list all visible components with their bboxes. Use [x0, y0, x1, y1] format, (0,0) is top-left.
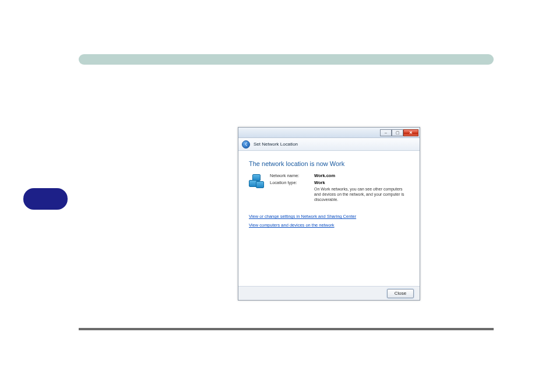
dialog-subheader: Set Network Location — [238, 138, 420, 151]
network-name-label: Network name: — [270, 173, 311, 178]
dialog-content: The network location is now Work Network… — [238, 151, 420, 286]
page-divider — [79, 328, 494, 330]
minimize-button[interactable]: – — [380, 129, 392, 136]
dialog-title: Set Network Location — [254, 142, 298, 147]
page-header-bar — [79, 54, 494, 65]
side-pill — [23, 188, 68, 210]
location-type-label: Location type: — [270, 180, 311, 185]
network-icon — [249, 174, 264, 189]
network-name-value: Work.com — [314, 173, 409, 178]
window-titlebar: – ▢ ✕ — [238, 128, 420, 138]
back-arrow-icon — [244, 142, 248, 146]
network-info-grid: Network name: Work.com Location type: Wo… — [270, 173, 409, 202]
close-button[interactable]: Close — [387, 289, 414, 298]
dialog-links: View or change settings in Network and S… — [249, 214, 409, 228]
content-heading: The network location is now Work — [249, 160, 409, 167]
close-icon: ✕ — [409, 130, 413, 135]
set-network-location-dialog: – ▢ ✕ Set Network Location The network l… — [238, 127, 420, 301]
minimize-icon: – — [385, 130, 387, 135]
maximize-icon: ▢ — [396, 130, 400, 135]
maximize-button[interactable]: ▢ — [392, 129, 403, 136]
window-controls: – ▢ ✕ — [380, 129, 418, 136]
view-devices-link[interactable]: View computers and devices on the networ… — [249, 223, 409, 228]
location-type-value: Work — [314, 180, 409, 185]
network-sharing-center-link[interactable]: View or change settings in Network and S… — [249, 214, 409, 219]
window-close-button[interactable]: ✕ — [403, 129, 418, 136]
network-description: On Work networks, you can see other comp… — [314, 187, 409, 202]
network-info-row: Network name: Work.com Location type: Wo… — [249, 173, 409, 202]
back-button[interactable] — [242, 140, 250, 149]
dialog-footer: Close — [238, 286, 420, 300]
